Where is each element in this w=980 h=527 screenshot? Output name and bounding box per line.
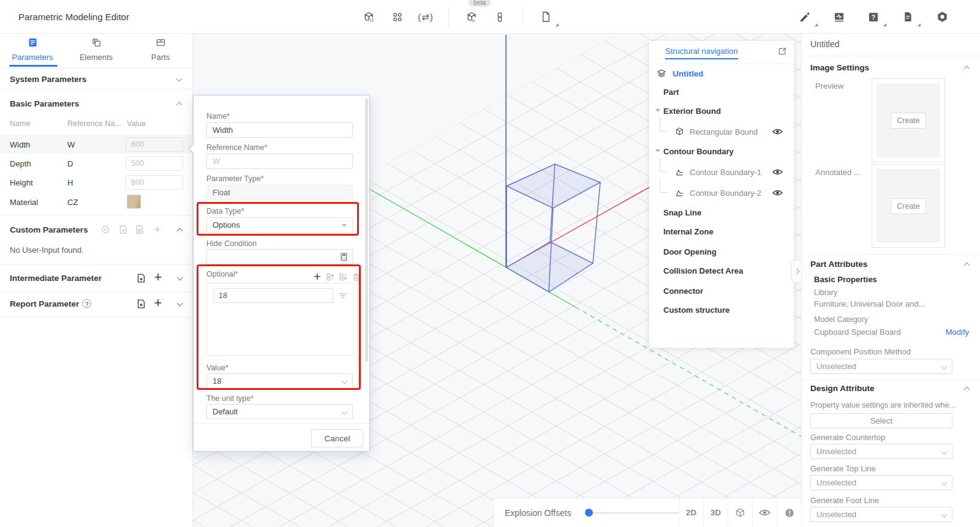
nav-item-internal-zone[interactable]: Internal Zone — [649, 222, 794, 241]
swap-parameters-icon[interactable]: (⇄) — [415, 7, 436, 28]
chevron-down-icon[interactable] — [177, 275, 183, 281]
chevron-down-icon[interactable] — [176, 76, 183, 82]
nav-item-root[interactable]: Untitled — [649, 64, 794, 83]
preset-gear-icon[interactable] — [100, 224, 111, 235]
param-row-material[interactable]: Material CZ — [0, 192, 193, 212]
add-custom-parameter-icon[interactable]: + — [152, 224, 163, 235]
name-input[interactable]: Width — [206, 122, 353, 138]
tab-structural-navigation[interactable]: Structural navigation — [665, 47, 738, 59]
link-icon[interactable] — [489, 7, 510, 28]
tab-parameters[interactable]: Parameters — [5, 37, 60, 62]
structural-navigation-panel: Structural navigation Untitled Part Exte… — [649, 41, 794, 348]
data-type-select[interactable]: Options — [206, 217, 353, 233]
depth-value-input[interactable]: 500 — [126, 156, 183, 171]
import-star-doc-icon[interactable] — [135, 272, 146, 283]
import-star-doc-icon[interactable] — [118, 224, 129, 235]
nav-item-door-opening[interactable]: Door Opening — [649, 242, 794, 261]
option-item-input[interactable]: 18 — [213, 288, 333, 303]
nav-item-custom-structure[interactable]: Custom structure — [649, 301, 794, 319]
import-sync-doc-icon[interactable] — [134, 224, 145, 235]
tab-parts[interactable]: Parts — [133, 37, 188, 62]
nav-item-snap-line[interactable]: Snap Line — [649, 203, 794, 222]
create-annotated-button[interactable]: Create — [891, 198, 926, 214]
expander-icon[interactable] — [655, 149, 660, 152]
formula-calculator-icon[interactable] — [339, 252, 349, 263]
cancel-button[interactable]: Cancel — [311, 429, 363, 447]
nav-item-contour-boundary-1[interactable]: Contour Boundary-1 — [649, 163, 794, 181]
visibility-eye-icon[interactable] — [772, 188, 783, 199]
visibility-eye-icon[interactable] — [772, 167, 783, 178]
activity-panel-icon[interactable] — [829, 7, 850, 28]
width-value-input[interactable]: 600 — [126, 137, 183, 152]
hide-condition-input[interactable] — [206, 249, 353, 264]
generate-foot-line-select[interactable]: Unselected — [810, 507, 952, 522]
nav-item-rectangular-bound[interactable]: Rectangular Bound — [649, 122, 794, 141]
warning-button[interactable] — [777, 498, 801, 527]
assembly-flower-icon[interactable] — [387, 7, 408, 28]
help-icon[interactable]: ? — [863, 7, 884, 28]
cube-view-button[interactable] — [728, 498, 752, 527]
visibility-eye-icon[interactable] — [772, 127, 783, 138]
section-report-parameter[interactable]: Report Parameter? + — [0, 293, 193, 314]
move-option-up-icon[interactable] — [325, 271, 336, 282]
generate-top-line-select[interactable]: Unselected — [810, 475, 952, 490]
chevron-up-icon[interactable] — [964, 66, 970, 72]
chevron-up-icon[interactable] — [176, 102, 183, 108]
param-row-depth[interactable]: Depth D 500 — [0, 154, 193, 173]
param-row-height[interactable]: Height H 800 — [0, 173, 193, 192]
nav-item-contour-boundary-2[interactable]: Contour Boundary-2 — [649, 184, 794, 202]
nav-item-part[interactable]: Part — [649, 83, 794, 101]
design-attribute-header[interactable]: Design Attribute — [810, 384, 875, 393]
sort-filter-icon[interactable] — [338, 291, 348, 302]
create-preview-button[interactable]: Create — [891, 113, 926, 129]
document-settings-icon[interactable] — [535, 7, 556, 28]
value-select[interactable]: 18 — [206, 373, 353, 389]
section-basic-parameters[interactable]: Basic Parameters — [0, 93, 192, 114]
unit-type-select[interactable]: Default — [206, 404, 353, 419]
add-report-parameter-icon[interactable]: + — [153, 297, 164, 308]
slider-handle[interactable] — [585, 509, 593, 517]
move-option-down-icon[interactable] — [337, 271, 349, 282]
explosion-offsets-slider[interactable] — [585, 512, 679, 514]
height-value-input[interactable]: 800 — [126, 175, 183, 190]
chevron-down-icon[interactable] — [177, 301, 183, 307]
param-row-width[interactable]: Width W 600 — [0, 135, 193, 154]
inherit-select-button[interactable]: Select — [810, 413, 952, 428]
view-2d-button[interactable]: 2D — [679, 498, 703, 527]
dialog-scrollbar[interactable] — [365, 99, 368, 362]
document-icon[interactable] — [897, 7, 918, 28]
part-attributes-header[interactable]: Part Attributes — [810, 260, 867, 269]
chevron-up-icon[interactable] — [964, 387, 970, 393]
settings-nut-icon[interactable] — [932, 7, 952, 28]
nav-item-contour-boundary[interactable]: Contour Boundary — [649, 142, 794, 160]
delete-option-icon[interactable] — [350, 271, 361, 282]
add-option-icon[interactable]: + — [312, 271, 323, 282]
expander-icon[interactable] — [655, 109, 660, 112]
component-cube-icon[interactable] — [359, 7, 380, 28]
external-link-icon[interactable] — [778, 47, 786, 58]
image-settings-header[interactable]: Image Settings — [810, 63, 869, 72]
nav-item-connector[interactable]: Connector — [649, 282, 794, 300]
visibility-button[interactable] — [752, 498, 777, 527]
formula-cube-icon[interactable]: beta fx — [461, 7, 482, 28]
modify-link[interactable]: Modify — [946, 327, 969, 337]
model-box[interactable] — [507, 164, 600, 292]
import-star-doc-icon[interactable] — [135, 298, 146, 309]
section-intermediate-parameter[interactable]: Intermediate Parameter + — [0, 267, 193, 288]
component-position-select[interactable]: Unselected — [810, 359, 952, 374]
reference-name-input[interactable]: W — [206, 154, 353, 169]
nav-item-exterior-bound[interactable]: Exterior Bound — [649, 102, 794, 120]
view-3d-button[interactable]: 3D — [703, 498, 728, 527]
section-custom-parameters[interactable]: Custom Parameters + — [0, 219, 193, 240]
section-system-parameters[interactable]: System Parameters — [0, 69, 192, 89]
generate-countertop-select[interactable]: Unselected — [810, 444, 952, 459]
add-intermediate-parameter-icon[interactable]: + — [153, 272, 164, 283]
panel-collapse-handle[interactable] — [791, 260, 801, 283]
material-swatch[interactable] — [127, 195, 141, 209]
tab-elements[interactable]: Elements — [69, 37, 124, 62]
help-circle-icon[interactable]: ? — [82, 299, 91, 308]
chevron-up-icon[interactable] — [177, 228, 183, 234]
chevron-up-icon[interactable] — [964, 263, 970, 269]
nav-item-collision-detect-area[interactable]: Collision Detect Area — [649, 261, 794, 280]
edit-pencil-icon[interactable] — [794, 7, 815, 28]
